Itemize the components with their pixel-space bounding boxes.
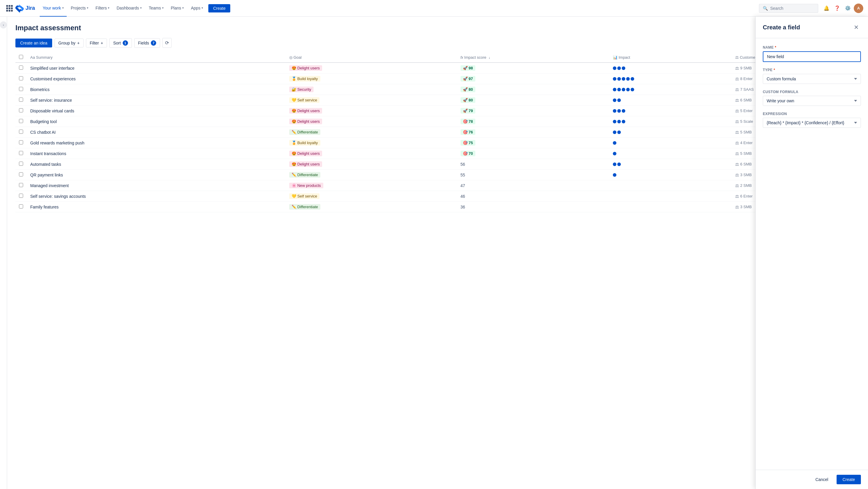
cell-impact-score: 56 — [457, 159, 609, 170]
customer-icon: ⚖ — [735, 119, 739, 124]
impact-dot — [626, 88, 630, 91]
logo-text: Jira — [26, 5, 35, 11]
impact-dot — [617, 66, 621, 70]
cell-impact-score: 🚀 80 — [457, 95, 609, 106]
row-checkbox[interactable] — [19, 108, 23, 112]
impact-dot — [617, 163, 621, 166]
ideas-table-wrapper: Aa Summary ◎ Goal fx Impact score ↓ — [16, 53, 860, 212]
cell-impact-score: 🚀 97 — [457, 74, 609, 84]
formula-field-group: Custom formula Write your own RICE score… — [763, 90, 861, 106]
create-button[interactable]: Create — [208, 4, 230, 12]
table-row: Self service: insurance💛 Self service🚀 8… — [16, 95, 860, 106]
settings-button[interactable]: ⚙️ — [843, 4, 852, 13]
impact-dot — [613, 120, 616, 123]
row-checkbox[interactable] — [19, 130, 23, 134]
help-button[interactable]: ❓ — [832, 4, 842, 13]
expand-sidebar-icon[interactable]: › — [0, 21, 7, 28]
cell-summary: Managed investment — [27, 180, 286, 191]
th-summary-icon: Aa — [30, 55, 35, 60]
refresh-button[interactable]: ⟳ — [162, 38, 172, 48]
fields-button[interactable]: Fields 7 — [134, 38, 160, 48]
user-avatar[interactable]: A — [854, 4, 863, 13]
notifications-button[interactable]: 🔔 — [822, 4, 831, 13]
row-checkbox[interactable] — [19, 172, 23, 176]
impact-dot — [613, 131, 616, 134]
table-row: Disposable virtual cards😍 Delight users🚀… — [16, 106, 860, 116]
cell-goal: 🌸 New products — [286, 180, 457, 191]
cell-goal: ✏️ Differentiate — [286, 202, 457, 212]
chevron-down-icon: ▾ — [140, 6, 142, 9]
row-checkbox[interactable] — [19, 162, 23, 166]
row-checkbox[interactable] — [19, 97, 23, 102]
group-by-plus-icon: + — [77, 40, 80, 46]
table-row: Simplified user interface😍 Delight users… — [16, 63, 860, 74]
row-checkbox[interactable] — [19, 87, 23, 91]
impact-dot — [613, 77, 616, 81]
filter-button[interactable]: Filter + — [86, 38, 107, 48]
customer-icon: ⚖ — [735, 151, 739, 156]
app-grid-icon[interactable] — [5, 4, 14, 13]
row-checkbox[interactable] — [19, 119, 23, 123]
create-idea-button[interactable]: Create an idea — [16, 38, 52, 48]
sidebar-toggle[interactable]: › — [0, 17, 7, 489]
nav-plans[interactable]: Plans ▾ — [168, 0, 187, 17]
type-field-select[interactable]: Custom formula Text Number Date Select — [763, 74, 861, 84]
row-checkbox[interactable] — [19, 65, 23, 70]
row-checkbox[interactable] — [19, 204, 23, 208]
nav-filters[interactable]: Filters ▾ — [92, 0, 112, 17]
th-impact-icon: 📊 — [613, 55, 618, 60]
row-checkbox[interactable] — [19, 76, 23, 80]
table-row: Family features✏️ Differentiate36⚖ 3 SMB — [16, 202, 860, 212]
search-bar[interactable]: 🔍 Search — [759, 4, 818, 13]
th-summary[interactable]: Aa Summary — [27, 53, 286, 63]
impact-dot — [613, 98, 616, 102]
th-impact[interactable]: 📊 Impact — [609, 53, 732, 63]
panel-close-button[interactable]: ✕ — [851, 23, 861, 32]
nav-your-work[interactable]: Your work ▾ — [40, 0, 67, 17]
nav-projects[interactable]: Projects ▾ — [68, 0, 92, 17]
row-checkbox[interactable] — [19, 183, 23, 187]
jira-logo[interactable]: Jira — [16, 4, 35, 12]
table-row: Budgeting tool😍 Delight users🎯 78⚖ 5 Sca… — [16, 116, 860, 127]
cell-impact-score: 🚀 79 — [457, 106, 609, 116]
th-impact-score[interactable]: fx Impact score ↓ — [457, 53, 609, 63]
row-checkbox[interactable] — [19, 194, 23, 198]
impact-dot — [631, 77, 634, 81]
nav-teams[interactable]: Teams ▾ — [146, 0, 166, 17]
cancel-button[interactable]: Cancel — [810, 475, 833, 484]
cell-goal: 💛 Self service — [286, 95, 457, 106]
chevron-down-icon: ▾ — [202, 6, 203, 9]
formula-field-label: Custom formula — [763, 90, 861, 94]
impact-dot — [617, 120, 621, 123]
cell-summary: CS chatbot AI — [27, 127, 286, 138]
cell-impact-score: 🎯 70 — [457, 148, 609, 159]
sort-button[interactable]: Sort 1 — [110, 38, 132, 48]
row-checkbox[interactable] — [19, 151, 23, 155]
th-goal[interactable]: ◎ Goal — [286, 53, 457, 63]
impact-dot — [626, 77, 630, 81]
customer-icon: ⚖ — [735, 87, 739, 92]
impact-dot — [613, 66, 616, 70]
cell-impact-score: 🚀 98 — [457, 63, 609, 74]
cell-impact-score: 36 — [457, 202, 609, 212]
customer-icon: ⚖ — [735, 130, 739, 135]
nav-dashboards[interactable]: Dashboards ▾ — [114, 0, 145, 17]
impact-dot — [617, 77, 621, 81]
customer-icon: ⚖ — [735, 183, 739, 188]
table-header-row: Aa Summary ◎ Goal fx Impact score ↓ — [16, 53, 860, 63]
row-checkbox[interactable] — [19, 140, 23, 144]
cell-summary: Automated tasks — [27, 159, 286, 170]
name-field-group: Name — [763, 46, 861, 62]
nav-apps[interactable]: Apps ▾ — [188, 0, 206, 17]
group-by-button[interactable]: Group by + — [55, 38, 84, 48]
cell-summary: Disposable virtual cards — [27, 106, 286, 116]
expression-field-select[interactable]: {Reach} * {Impact} * {Confidence} / {Eff… — [763, 118, 861, 128]
fields-count-badge: 7 — [151, 40, 156, 46]
impact-dot — [622, 88, 625, 91]
th-goal-icon: ◎ — [289, 55, 292, 60]
formula-field-select[interactable]: Write your own RICE score Impact/Effort — [763, 96, 861, 106]
select-all-checkbox[interactable] — [19, 55, 23, 59]
cell-summary: Self service: savings accounts — [27, 191, 286, 202]
create-field-button[interactable]: Create — [837, 475, 861, 484]
name-field-input[interactable] — [763, 51, 861, 62]
